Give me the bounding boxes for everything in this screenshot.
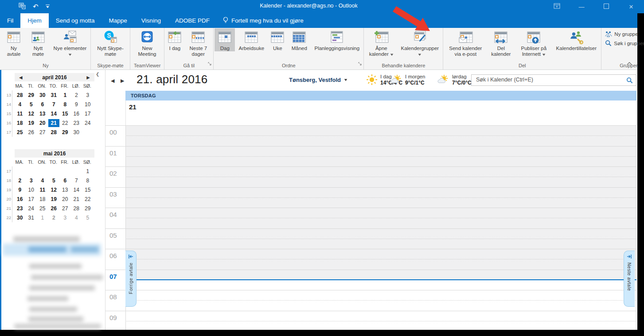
minical-day[interactable]: 24 [82, 119, 94, 127]
minical-day[interactable]: 30 [14, 214, 26, 222]
tell-me-box[interactable]: Fortell meg hva du vil gjøre [217, 13, 310, 28]
minical-day[interactable]: 25 [14, 128, 26, 136]
next-7-days-button[interactable]: Neste 7 dager [184, 28, 212, 57]
previous-day-icon[interactable]: ◀ [111, 78, 114, 84]
minical-day[interactable]: 29 [82, 205, 94, 212]
minical-day[interactable]: 30 [71, 128, 82, 136]
minical-prev-icon[interactable]: ◀ [17, 73, 24, 81]
minical-day[interactable]: 9 [71, 100, 82, 108]
maximize-button[interactable] [601, 4, 611, 10]
customize-qat-icon[interactable] [46, 3, 50, 11]
minical-day[interactable]: 5 [26, 100, 37, 108]
schedule-view-button[interactable]: Planleggingsvisning [311, 28, 363, 51]
minical-day[interactable]: 29 [26, 91, 37, 99]
minical-day[interactable]: 29 [59, 128, 71, 136]
minical-day[interactable]: 28 [48, 128, 60, 136]
minical-day[interactable]: 28 [71, 205, 82, 212]
minical-day[interactable]: 13 [59, 186, 71, 194]
minical-day[interactable]: 11 [14, 110, 26, 118]
email-calendar-button[interactable]: Send kalender via e-post [444, 28, 487, 57]
minical-day[interactable]: 9 [14, 186, 26, 194]
next-day-icon[interactable]: ▶ [121, 78, 124, 84]
work-week-view-button[interactable]: Arbeidsuke [235, 28, 268, 51]
tab-send-og-motta[interactable]: Send og motta [49, 13, 102, 28]
minical-next-icon[interactable]: ▶ [85, 73, 92, 81]
collapse-ribbon-icon[interactable] [627, 59, 632, 67]
weather-tomorrow[interactable]: I morgen 9°C/1°C [390, 73, 425, 86]
minical-day[interactable]: 3 [82, 91, 94, 99]
day-header-band[interactable]: TORSDAG [125, 91, 636, 100]
weather-location[interactable]: Tønsberg, Vestfold ▼ [289, 77, 347, 83]
minical-day[interactable]: 4 [14, 100, 26, 108]
minical-april[interactable]: MA.TI.ON.TO.FR.LØ.SØ.1328293031123144567… [4, 82, 102, 137]
minical-day[interactable]: 5 [48, 177, 60, 185]
minical-day[interactable]: 22 [59, 119, 71, 127]
minical-day[interactable]: 19 [48, 195, 60, 203]
minical-day[interactable]: 7 [71, 177, 82, 185]
tab-fil[interactable]: Fil [0, 13, 20, 28]
minical-day[interactable]: 11 [37, 186, 48, 194]
publish-online-button[interactable]: Publiser på Internett ▼ [515, 28, 552, 58]
minical-day[interactable]: 28 [14, 91, 26, 99]
minimize-button[interactable]: — [577, 4, 586, 10]
minical-day[interactable]: 6 [37, 100, 48, 108]
minical-day[interactable]: 15 [82, 186, 94, 194]
minical-day[interactable]: 19 [26, 119, 37, 127]
minical-day[interactable]: 27 [37, 128, 48, 136]
minical-day[interactable]: 4 [71, 214, 82, 222]
tab-hjem[interactable]: Hjem [20, 13, 49, 28]
minical-day[interactable]: 6 [59, 177, 71, 185]
minical-day[interactable]: 31 [48, 91, 60, 99]
minical-day[interactable]: 10 [82, 100, 94, 108]
next-appointment-tab[interactable]: Neste avtale [624, 251, 635, 307]
month-view-button[interactable]: Måned [287, 28, 311, 51]
minical-day[interactable]: 22 [82, 195, 94, 203]
today-button[interactable]: I dag [165, 28, 184, 51]
minical-day[interactable]: 1 [37, 214, 48, 222]
minical-day[interactable]: 7 [48, 100, 60, 108]
tab-mappe[interactable]: Mappe [102, 13, 134, 28]
minical-day[interactable]: 10 [26, 186, 37, 194]
minical-day[interactable]: 17 [82, 110, 94, 118]
minical-day[interactable]: 23 [14, 205, 26, 212]
share-calendar-button[interactable]: Del kalender [487, 28, 515, 57]
teamviewer-new-meeting-button[interactable]: New Meeting [131, 28, 163, 57]
dialog-launcher-icon[interactable] [358, 60, 362, 68]
minical-day[interactable]: 1 [59, 91, 71, 99]
calendar-search-box[interactable] [471, 74, 636, 86]
undo-icon[interactable]: ↶ [33, 1, 39, 12]
minical-day[interactable]: 18 [37, 195, 48, 203]
minical-day[interactable]: 8 [82, 177, 94, 185]
minical-day[interactable]: 21 [71, 195, 82, 203]
new-appointment-button[interactable]: Ny avtale [2, 28, 26, 57]
minical-day[interactable]: 2 [48, 214, 60, 222]
minical-day[interactable]: 5 [82, 214, 94, 222]
ribbon-display-options-icon[interactable] [552, 3, 562, 10]
day-grid[interactable]: 00010203040506070809 [105, 125, 637, 330]
minical-day[interactable]: 20 [37, 119, 48, 127]
minical-day[interactable]: 30 [37, 91, 48, 99]
minical-day[interactable]: 14 [48, 110, 60, 118]
minical-day-selected[interactable]: 21 [48, 119, 60, 127]
minical-day[interactable]: 20 [59, 195, 71, 203]
browse-groups-button[interactable]: Søk i grupper [605, 40, 644, 46]
minical-day[interactable]: 8 [59, 100, 71, 108]
minical-day[interactable]: 13 [37, 110, 48, 118]
minical-day[interactable]: 3 [26, 177, 37, 185]
minical-day[interactable]: 1 [82, 167, 94, 175]
tab-adobe-pdf[interactable]: ADOBE PDF [168, 13, 217, 28]
minical-day[interactable]: 14 [71, 186, 82, 194]
minical-day[interactable]: 12 [26, 110, 37, 118]
minical-day[interactable]: 31 [26, 214, 37, 222]
new-group-button[interactable]: Ny gruppe [605, 31, 644, 37]
minical-day[interactable]: 2 [14, 177, 26, 185]
calendar-search-input[interactable] [475, 76, 623, 83]
minical-day[interactable]: 12 [48, 186, 60, 194]
send-receive-icon[interactable] [19, 2, 26, 11]
dialog-launcher-icon[interactable] [208, 60, 212, 68]
calendar-groups-button[interactable]: Kalendergrupper▼ [398, 28, 442, 58]
minical-day[interactable]: 16 [71, 110, 82, 118]
tab-visning[interactable]: Visning [134, 13, 168, 28]
minical-mai[interactable]: MA.TI.ON.TO.FR.LØ.SØ.1711823456781991011… [4, 158, 102, 222]
minical-day[interactable]: 18 [14, 119, 26, 127]
